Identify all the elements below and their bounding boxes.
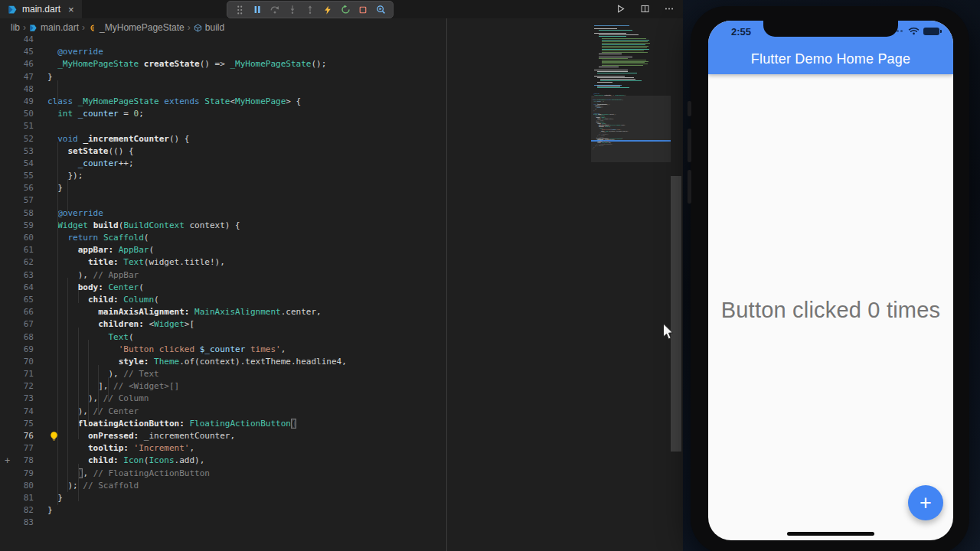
code-line-53[interactable]: 53 setState(() { <box>0 145 591 158</box>
editor-tab-bar: main.dart × <box>0 0 683 18</box>
code-text: onPressed: _incrementCounter, <box>47 430 591 442</box>
simulator-screen: 2:55 Flutter Demo Home Page Button click… <box>708 21 953 540</box>
code-line-46[interactable]: 46 _MyHomePageState createState() => _My… <box>0 58 591 70</box>
split-editor-icon[interactable] <box>639 3 651 15</box>
code-line-77[interactable]: 77 tooltip: 'Increment', <box>0 442 591 455</box>
code-line-48[interactable]: 48 <box>0 83 591 96</box>
code-line-51[interactable]: 51 <box>0 120 591 132</box>
code-line-57[interactable]: 57 <box>0 194 591 207</box>
code-line-66[interactable]: 66 mainAxisAlignment: MainAxisAlignment.… <box>0 306 591 318</box>
code-line-64[interactable]: 64 body: Center( <box>0 282 591 294</box>
line-number: 58 <box>0 207 47 220</box>
code-line-79[interactable]: 79 ), // FloatingActionButton <box>0 468 591 480</box>
code-line-60[interactable]: 60 return Scaffold( <box>0 232 591 244</box>
indent-guide <box>78 290 79 303</box>
line-number: 74 <box>0 406 47 418</box>
code-line-76[interactable]: 76 onPressed: _incrementCounter, <box>0 430 591 442</box>
screen: main.dart × lib›main.dart›_MyHomePageSta… <box>0 0 980 551</box>
code-text: } <box>47 492 591 504</box>
gutter-plus-marker[interactable]: + <box>5 455 10 466</box>
code-line-83[interactable] <box>593 150 666 152</box>
code-line-56[interactable]: 56 } <box>0 182 591 194</box>
code-line-58[interactable]: 58 @override <box>0 207 591 220</box>
code-text: ), // Column <box>47 393 591 405</box>
code-line-61[interactable]: 61 appBar: AppBar( <box>0 244 591 256</box>
line-number: 56 <box>0 182 47 194</box>
code-line-65[interactable]: 65 child: Column( <box>0 294 591 306</box>
drag-grip-handle[interactable] <box>234 4 246 16</box>
line-number: 71 <box>0 368 47 380</box>
hot-reload-button[interactable] <box>322 4 334 16</box>
line-number: 67 <box>0 318 47 331</box>
code-text: 'Button clicked $_counter times', <box>47 344 591 356</box>
code-text <box>47 517 591 529</box>
lightbulb-quickfix-icon[interactable] <box>49 431 59 445</box>
step-out-button[interactable] <box>304 4 316 16</box>
tab-close-icon[interactable]: × <box>68 4 74 15</box>
code-text: _counter++; <box>47 158 591 170</box>
code-line-44[interactable]: 44 <box>0 34 591 46</box>
breadcrumb-item-lib[interactable]: lib <box>11 22 20 33</box>
breadcrumb-label: _MyHomePageState <box>100 22 185 33</box>
indent-guide <box>78 328 79 439</box>
restart-button[interactable] <box>339 4 351 16</box>
mouse-cursor <box>662 323 675 344</box>
code-line-82[interactable]: 82} <box>0 504 591 517</box>
breadcrumb-separator: › <box>82 22 85 33</box>
code-line-47[interactable]: 47} <box>0 71 591 83</box>
line-number: 46 <box>0 58 47 70</box>
line-number: 65 <box>0 294 47 306</box>
code-text: children: <Widget>[ <box>47 318 591 331</box>
code-text: appBar: AppBar( <box>47 244 591 256</box>
breadcrumb-item-build[interactable]: build <box>194 22 224 33</box>
code-line-55[interactable]: 55 }); <box>0 170 591 182</box>
code-line-50[interactable]: 50 int _counter = 0; <box>0 108 591 120</box>
line-number: 61 <box>0 244 47 256</box>
counter-text: Button clicked 0 times <box>708 298 953 323</box>
increment-fab-button[interactable]: + <box>908 485 943 520</box>
code-line-49[interactable]: 49class _MyHomePageState extends State<M… <box>0 96 591 108</box>
dart-file-icon <box>8 5 18 15</box>
code-line-83[interactable]: 83 <box>0 517 591 529</box>
code-line-59[interactable]: 59 Widget build(BuildContext context) { <box>0 220 591 232</box>
code-line-54[interactable]: 54 _counter++; <box>0 158 591 170</box>
code-line-52[interactable]: 52 void _incrementCounter() { <box>0 133 591 145</box>
code-line-45[interactable]: 45 @override <box>0 46 591 58</box>
line-number: 64 <box>0 282 47 294</box>
code-line-67[interactable]: 67 children: <Widget>[ <box>0 318 591 331</box>
inspect-widget-button[interactable] <box>374 4 387 16</box>
home-indicator <box>787 532 874 536</box>
stop-button[interactable] <box>357 4 369 16</box>
code-text: ), // FloatingActionButton <box>47 468 591 480</box>
line-number: 55 <box>0 170 47 182</box>
line-number: 45 <box>0 46 47 58</box>
run-button[interactable] <box>614 3 626 15</box>
code-line-78[interactable]: 78 child: Icon(Icons.add), <box>0 455 591 467</box>
line-number: 57 <box>0 194 47 207</box>
code-text: ), // Center <box>47 406 591 418</box>
breadcrumb-separator: › <box>188 22 191 33</box>
line-number: 54 <box>0 158 47 170</box>
code-line-80[interactable]: 80 ); // Scaffold <box>0 480 591 492</box>
code-line-63[interactable]: 63 ), // AppBar <box>0 269 591 282</box>
tab-main-dart[interactable]: main.dart × <box>0 0 82 18</box>
app-bar-title: Flutter Demo Home Page <box>708 51 953 67</box>
step-into-button[interactable] <box>286 4 299 16</box>
breadcrumb-item--myhomepagestate[interactable]: _MyHomePageState <box>88 22 185 33</box>
editor-scrollbar[interactable] <box>671 176 681 452</box>
indent-guide <box>57 142 58 505</box>
step-over-button[interactable] <box>269 4 281 16</box>
pause-button[interactable] <box>251 4 263 16</box>
code-line-81[interactable]: 81 } <box>0 492 591 504</box>
line-number: 73 <box>0 393 47 405</box>
code-line-62[interactable]: 62 title: Text(widget.title!), <box>0 256 591 269</box>
status-bar-time: 2:55 <box>731 26 751 37</box>
code-text: } <box>47 71 591 83</box>
more-actions-icon[interactable] <box>663 3 675 15</box>
breadcrumb-item-main-dart[interactable]: main.dart <box>29 22 79 33</box>
minimap[interactable]: @override _MyHomePageState createState()… <box>591 20 671 494</box>
line-number: 81 <box>0 492 47 504</box>
wifi-icon <box>908 27 920 35</box>
line-number: 80 <box>0 480 47 492</box>
minimap-offscreen-code <box>593 25 669 89</box>
